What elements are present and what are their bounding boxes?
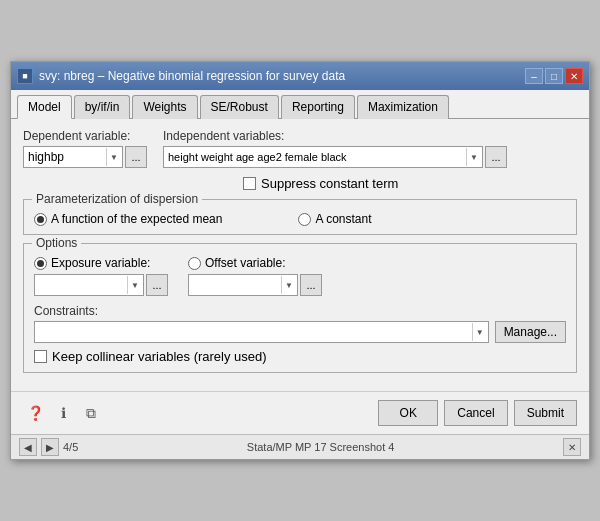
suppress-constant-checkbox[interactable] [243, 177, 256, 190]
radio-group-constant: A constant [298, 212, 371, 226]
offset-variable-row: ▼ ... [188, 274, 322, 296]
help-icon: ❓ [27, 405, 44, 421]
info-button[interactable]: ℹ [51, 401, 75, 425]
variables-row: Dependent variable: highbp ▼ ... Indepen… [23, 129, 577, 168]
suppress-constant-label: Suppress constant term [261, 176, 398, 191]
copy-icon: ⧉ [86, 405, 96, 422]
status-text: Stata/MP MP 17 Screenshot 4 [247, 441, 395, 453]
constraints-field: ▼ Manage... [34, 321, 566, 343]
exposure-variable-col: Exposure variable: ▼ ... [34, 256, 168, 296]
cancel-button[interactable]: Cancel [444, 400, 507, 426]
radio-group-offset: Offset variable: [188, 256, 322, 270]
tab-byifin[interactable]: by/if/in [74, 95, 131, 119]
radio-expected-mean-label: A function of the expected mean [51, 212, 222, 226]
options-section: Options Exposure variable: ▼ ... [23, 243, 577, 373]
radio-exposure[interactable] [34, 257, 47, 270]
constraints-dropdown-arrow: ▼ [472, 323, 484, 341]
radio-group-expected-mean: A function of the expected mean [34, 212, 222, 226]
maximize-button[interactable]: □ [545, 68, 563, 84]
minimize-button[interactable]: – [525, 68, 543, 84]
parameterization-section: Parameterization of dispersion A functio… [23, 199, 577, 235]
copy-button[interactable]: ⧉ [79, 401, 103, 425]
nav-next-button[interactable]: ▶ [41, 438, 59, 456]
help-button[interactable]: ❓ [23, 401, 47, 425]
main-window: ■ svy: nbreg – Negative binomial regress… [10, 61, 590, 460]
parameterization-title: Parameterization of dispersion [32, 192, 202, 206]
independent-variables-dropdown[interactable]: height weight age age2 female black ▼ [163, 146, 483, 168]
title-bar: ■ svy: nbreg – Negative binomial regress… [11, 62, 589, 90]
keep-collinear-row: Keep collinear variables (rarely used) [34, 349, 566, 364]
bottom-right-buttons: OK Cancel Submit [378, 400, 577, 426]
title-bar-left: ■ svy: nbreg – Negative binomial regress… [17, 68, 345, 84]
dependent-variable-browse-button[interactable]: ... [125, 146, 147, 168]
dependent-variable-group: Dependent variable: highbp ▼ ... [23, 129, 147, 168]
radio-expected-mean[interactable] [34, 213, 47, 226]
tab-reporting[interactable]: Reporting [281, 95, 355, 119]
close-button[interactable]: ✕ [565, 68, 583, 84]
status-close-button[interactable]: ✕ [563, 438, 581, 456]
independent-dropdown-arrow: ▼ [466, 148, 478, 166]
nav-prev-button[interactable]: ◀ [19, 438, 37, 456]
bottom-left-icons: ❓ ℹ ⧉ [23, 401, 103, 425]
bottom-bar: ❓ ℹ ⧉ OK Cancel Submit [11, 391, 589, 434]
offset-label: Offset variable: [205, 256, 285, 270]
title-buttons: – □ ✕ [525, 68, 583, 84]
exposure-variable-row: ▼ ... [34, 274, 168, 296]
offset-variable-col: Offset variable: ▼ ... [188, 256, 322, 296]
tab-serobust[interactable]: SE/Robust [200, 95, 279, 119]
main-content: Dependent variable: highbp ▼ ... Indepen… [11, 119, 589, 391]
status-bar: ◀ ▶ 4/5 Stata/MP MP 17 Screenshot 4 ✕ [11, 434, 589, 459]
parameterization-radio-row: A function of the expected mean A consta… [34, 208, 566, 226]
keep-collinear-label: Keep collinear variables (rarely used) [52, 349, 267, 364]
tab-bar: Model by/if/in Weights SE/Robust Reporti… [11, 90, 589, 119]
offset-browse-button[interactable]: ... [300, 274, 322, 296]
options-row: Exposure variable: ▼ ... Offset varia [34, 252, 566, 296]
exposure-variable-dropdown[interactable]: ▼ [34, 274, 144, 296]
options-title: Options [32, 236, 81, 250]
tab-maximization[interactable]: Maximization [357, 95, 449, 119]
independent-variables-label: Independent variables: [163, 129, 507, 143]
exposure-dropdown-arrow: ▼ [127, 276, 139, 294]
exposure-browse-button[interactable]: ... [146, 274, 168, 296]
radio-constant-label: A constant [315, 212, 371, 226]
dependent-variable-label: Dependent variable: [23, 129, 147, 143]
tab-model[interactable]: Model [17, 95, 72, 119]
offset-variable-dropdown[interactable]: ▼ [188, 274, 298, 296]
ok-button[interactable]: OK [378, 400, 438, 426]
submit-button[interactable]: Submit [514, 400, 577, 426]
radio-offset[interactable] [188, 257, 201, 270]
dependent-variable-dropdown[interactable]: highbp ▼ [23, 146, 123, 168]
keep-collinear-checkbox[interactable] [34, 350, 47, 363]
dependent-dropdown-arrow: ▼ [106, 148, 118, 166]
suppress-constant-row: Suppress constant term [243, 176, 577, 191]
constraints-row: Constraints: ▼ Manage... [34, 304, 566, 343]
independent-variables-row: height weight age age2 female black ▼ ..… [163, 146, 507, 168]
independent-variables-browse-button[interactable]: ... [485, 146, 507, 168]
nav-left: ◀ ▶ 4/5 [19, 438, 78, 456]
exposure-label: Exposure variable: [51, 256, 150, 270]
constraints-label: Constraints: [34, 304, 566, 318]
radio-group-exposure: Exposure variable: [34, 256, 168, 270]
page-indicator: 4/5 [63, 441, 78, 453]
radio-constant[interactable] [298, 213, 311, 226]
window-title: svy: nbreg – Negative binomial regressio… [39, 69, 345, 83]
info-icon: ℹ [61, 405, 66, 421]
dependent-variable-row: highbp ▼ ... [23, 146, 147, 168]
manage-button[interactable]: Manage... [495, 321, 566, 343]
tab-weights[interactable]: Weights [132, 95, 197, 119]
app-icon: ■ [17, 68, 33, 84]
independent-variables-group: Independent variables: height weight age… [163, 129, 507, 168]
constraints-dropdown[interactable]: ▼ [34, 321, 489, 343]
offset-dropdown-arrow: ▼ [281, 276, 293, 294]
